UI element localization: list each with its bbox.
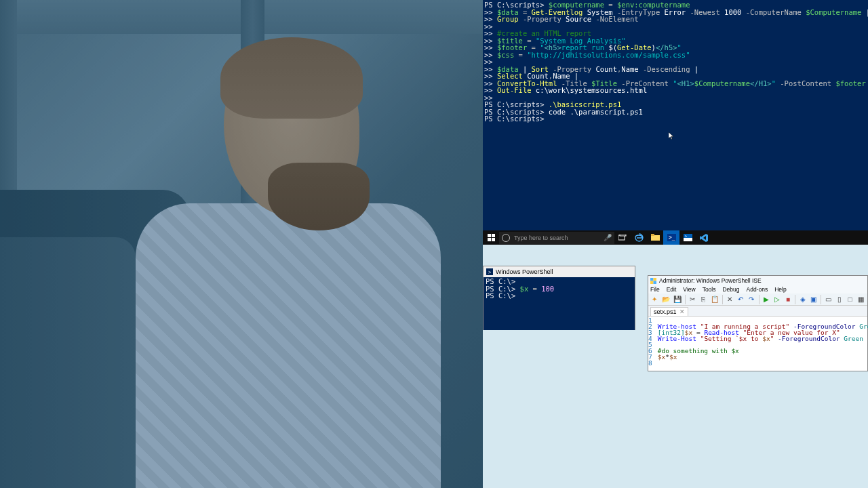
editor-tab[interactable]: setx.ps1 ✕	[650, 307, 688, 316]
powershell-icon: >	[486, 268, 493, 275]
powershell-icon[interactable]: >_	[663, 230, 679, 245]
open-icon[interactable]: 📂	[661, 294, 671, 304]
menu-item[interactable]: Edit	[667, 286, 677, 293]
layout3-icon[interactable]: □	[846, 294, 854, 304]
search-placeholder: Type here to search	[514, 235, 568, 241]
menu-item[interactable]: File	[650, 286, 660, 293]
start-button[interactable]	[483, 230, 499, 245]
mic-icon[interactable]: 🎤	[604, 234, 612, 241]
search-icon	[502, 234, 510, 242]
edge-icon[interactable]	[631, 230, 647, 245]
layout-icon[interactable]: ▭	[824, 294, 833, 304]
window-title: Windows PowerShell	[496, 268, 553, 275]
svg-rect-7	[651, 234, 654, 236]
svg-rect-3	[492, 238, 495, 241]
shell-icon[interactable]: ▣	[809, 294, 818, 304]
new-icon[interactable]: ✦	[650, 294, 659, 304]
powershell-console[interactable]: PS C:\scripts> $computername = $env:comp…	[483, 0, 868, 230]
window-titlebar[interactable]: Administrator: Windows PowerShell ISE	[648, 276, 867, 285]
line-gutter: 12345678	[648, 317, 655, 371]
close-icon[interactable]: ✕	[679, 308, 685, 315]
cut-icon[interactable]: ✂	[688, 294, 697, 304]
code-area[interactable]: Write-host "I am running a script" -Fore…	[655, 317, 868, 371]
taskbar-search[interactable]: Type here to search 🎤	[499, 232, 614, 244]
svg-rect-1	[492, 234, 495, 237]
editor-tabs: setx.ps1 ✕	[648, 306, 867, 317]
svg-rect-6	[651, 235, 660, 241]
menu-item[interactable]: Debug	[722, 286, 739, 293]
svg-rect-0	[488, 234, 491, 237]
svg-rect-16	[654, 281, 657, 284]
editor[interactable]: 12345678 Write-host "I am running a scri…	[648, 317, 867, 371]
remote-icon[interactable]: ◈	[798, 294, 807, 304]
task-view-icon[interactable]	[614, 230, 631, 245]
window-titlebar[interactable]: > Windows PowerShell	[484, 266, 635, 277]
layout2-icon[interactable]: ▯	[835, 294, 844, 304]
vscode-icon[interactable]	[696, 230, 712, 245]
menu-item[interactable]: Help	[774, 286, 786, 293]
run-icon[interactable]: ▶	[762, 294, 770, 304]
svg-rect-14	[654, 278, 657, 281]
shield-icon	[650, 278, 656, 284]
powershell-body[interactable]: PS C:\> PS C:\> $x = 100PS C:\>	[484, 277, 635, 330]
clear-icon[interactable]: ✕	[726, 294, 734, 304]
ise-icon[interactable]: >_	[679, 230, 696, 245]
svg-rect-2	[488, 238, 491, 241]
menu-item[interactable]: View	[683, 286, 695, 293]
save-icon[interactable]: 💾	[673, 294, 682, 304]
ise-window[interactable]: Administrator: Windows PowerShell ISE Fi…	[648, 275, 868, 371]
file-explorer-icon[interactable]	[647, 230, 663, 245]
run-selection-icon[interactable]: ▷	[772, 294, 781, 304]
powershell-window-small[interactable]: > Windows PowerShell PS C:\> PS C:\> $x …	[483, 266, 635, 330]
stop-icon[interactable]: ■	[783, 294, 792, 304]
menu-bar[interactable]: FileEditViewToolsDebugAdd-onsHelp	[648, 285, 867, 293]
paste-icon[interactable]: 📋	[710, 294, 719, 304]
svg-text:>_: >_	[669, 235, 675, 241]
taskbar: Type here to search 🎤 >_ >_	[483, 230, 868, 245]
svg-rect-13	[650, 278, 654, 281]
toolbar: ✦ 📂 💾 ✂ ⎘ 📋 ✕ ↶ ↷ ▶ ▷ ■ ◈ ▣ ▭ ▯ □ ▦	[648, 293, 867, 306]
svg-text:>_: >_	[685, 234, 690, 239]
presenter-photo	[0, 0, 483, 488]
svg-rect-15	[650, 281, 654, 284]
undo-icon[interactable]: ↶	[736, 294, 745, 304]
window-title: Administrator: Windows PowerShell ISE	[659, 277, 762, 284]
tab-label: setx.ps1	[654, 308, 677, 315]
redo-icon[interactable]: ↷	[747, 294, 756, 304]
cmd-pane-icon[interactable]: ▦	[856, 294, 865, 304]
copy-icon[interactable]: ⎘	[699, 294, 708, 304]
menu-item[interactable]: Add-ons	[747, 286, 768, 293]
menu-item[interactable]: Tools	[703, 286, 716, 293]
svg-rect-5	[620, 235, 626, 236]
svg-rect-11	[684, 238, 692, 241]
